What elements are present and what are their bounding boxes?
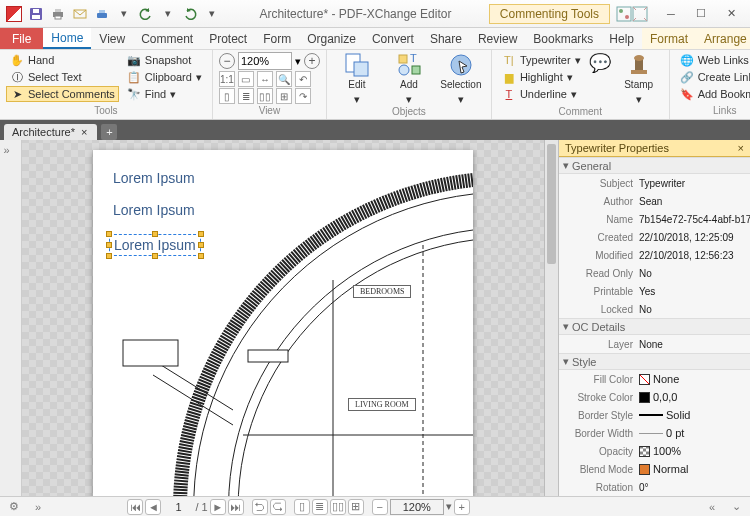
menu-form[interactable]: Form (255, 28, 299, 49)
edit-button[interactable]: Edit▾ (333, 52, 381, 106)
zoom-status-input[interactable] (390, 499, 444, 515)
web-links-button[interactable]: 🌐Web Links▾ (676, 52, 750, 68)
chevron-down-icon[interactable]: ▾ (202, 4, 222, 24)
chevron-down-icon[interactable]: ▾ (446, 500, 452, 513)
collapse-right-icon[interactable]: « (704, 499, 720, 515)
typewriter-label: Typewriter (520, 54, 571, 66)
menu-view[interactable]: View (91, 28, 133, 49)
nav-fwd-button[interactable]: ⮎ (270, 499, 286, 515)
page-layout-icon[interactable]: ⊞ (276, 88, 292, 104)
fit-icon[interactable] (632, 6, 648, 22)
page-single-icon[interactable]: ▯ (219, 88, 235, 104)
save-icon[interactable] (26, 4, 46, 24)
chevron-down-icon[interactable]: ▾ (158, 4, 178, 24)
redo-icon[interactable] (180, 4, 200, 24)
select-comments-tool[interactable]: ➤Select Comments (6, 86, 119, 102)
print-icon[interactable] (48, 4, 68, 24)
options-icon[interactable]: ⚙ (6, 499, 22, 515)
zoom-input[interactable] (238, 52, 292, 70)
highlight-button[interactable]: ▆Highlight▾ (498, 69, 585, 85)
svg-rect-18 (412, 66, 420, 74)
binoculars-icon: 🔭 (127, 87, 141, 101)
underline-icon: T (502, 87, 516, 101)
menu-bookmarks[interactable]: Bookmarks (525, 28, 601, 49)
menu-share[interactable]: Share (422, 28, 470, 49)
scrollbar-thumb[interactable] (547, 144, 556, 264)
first-page-button[interactable]: ⏮ (127, 499, 143, 515)
clipboard-tool[interactable]: 📋Clipboard▾ (123, 69, 206, 85)
page-facing-icon[interactable]: ▯▯ (257, 88, 273, 104)
prev-page-button[interactable]: ◄ (145, 499, 161, 515)
tab-close-icon[interactable]: × (81, 126, 87, 138)
select-text-tool[interactable]: ⒾSelect Text (6, 69, 119, 85)
menu-organize[interactable]: Organize (299, 28, 364, 49)
last-page-button[interactable]: ⏭ (228, 499, 244, 515)
facing-cont-icon[interactable]: ⊞ (348, 499, 364, 515)
menu-help[interactable]: Help (601, 28, 642, 49)
typewriter-annotation-selected[interactable]: Lorem Ipsum (109, 234, 201, 256)
menu-home[interactable]: Home (43, 28, 91, 49)
section-oc[interactable]: ▾OC Details (559, 318, 750, 335)
vertical-scrollbar[interactable] (544, 140, 558, 496)
scan-icon[interactable] (92, 4, 112, 24)
expand-down-icon[interactable]: ⌄ (728, 499, 744, 515)
close-button[interactable]: ✕ (716, 3, 746, 25)
next-page-button[interactable]: ► (210, 499, 226, 515)
add-button[interactable]: TAdd▾ (385, 52, 433, 106)
launch-tool-icon[interactable] (616, 6, 632, 22)
maximize-button[interactable]: ☐ (686, 3, 716, 25)
snapshot-tool[interactable]: 📷Snapshot (123, 52, 206, 68)
zoom-region-icon[interactable]: 🔍 (276, 71, 292, 87)
mail-icon[interactable] (70, 4, 90, 24)
fit-page-icon[interactable]: ▭ (238, 71, 254, 87)
single-page-icon[interactable]: ▯ (294, 499, 310, 515)
selection-button[interactable]: Selection▾ (437, 52, 485, 106)
section-style-label: Style (572, 356, 596, 368)
chevron-down-icon[interactable]: ▾ (114, 4, 134, 24)
snapshot-label: Snapshot (145, 54, 191, 66)
zoom-in-button[interactable]: + (304, 53, 320, 69)
edit-icon (344, 52, 370, 78)
rotate-cw-icon[interactable]: ↷ (295, 88, 311, 104)
zoom-out-status[interactable]: − (372, 499, 388, 515)
minimize-button[interactable]: ─ (656, 3, 686, 25)
menu-review[interactable]: Review (470, 28, 525, 49)
menu-protect[interactable]: Protect (201, 28, 255, 49)
new-tab-button[interactable]: + (101, 124, 117, 140)
rotate-ccw-icon[interactable]: ↶ (295, 71, 311, 87)
typewriter-icon: T| (502, 53, 516, 67)
menu-file[interactable]: File (0, 28, 43, 49)
menu-format[interactable]: Format (642, 28, 696, 49)
panel-close-icon[interactable]: × (738, 142, 744, 154)
expand-pane-icon[interactable]: » (4, 144, 18, 158)
fit-width-icon[interactable]: ↔ (257, 71, 273, 87)
nav-back-button[interactable]: ⮌ (252, 499, 268, 515)
note-icon[interactable]: 💬 (589, 52, 611, 74)
undo-icon[interactable] (136, 4, 156, 24)
menu-comment[interactable]: Comment (133, 28, 201, 49)
document-tab[interactable]: Architecture*× (4, 124, 97, 140)
page-cont-icon[interactable]: ≣ (238, 88, 254, 104)
menu-convert[interactable]: Convert (364, 28, 422, 49)
collapse-icon: ▾ (563, 159, 569, 172)
typewriter-button[interactable]: T|Typewriter▾ (498, 52, 585, 68)
document-viewer[interactable]: Lorem Ipsum Lorem Ipsum Lorem Ipsum BEDR… (22, 140, 544, 496)
menu-arrange[interactable]: Arrange (696, 28, 750, 49)
expand-left-icon[interactable]: » (30, 499, 46, 515)
zoom-actual-icon[interactable]: 1:1 (219, 71, 235, 87)
hand-tool[interactable]: ✋Hand (6, 52, 119, 68)
continuous-icon[interactable]: ≣ (312, 499, 328, 515)
underline-button[interactable]: TUnderline▾ (498, 86, 585, 102)
page-current-input[interactable] (163, 501, 193, 513)
section-general[interactable]: ▾General (559, 157, 750, 174)
create-link-button[interactable]: 🔗Create Link (676, 69, 750, 85)
zoom-in-status[interactable]: + (454, 499, 470, 515)
add-bookmark-button[interactable]: 🔖Add Bookmark (676, 86, 750, 102)
chevron-down-icon[interactable]: ▾ (295, 55, 301, 68)
stamp-button[interactable]: Stamp▾ (615, 52, 663, 106)
facing-icon[interactable]: ▯▯ (330, 499, 346, 515)
find-tool[interactable]: 🔭Find▾ (123, 86, 206, 102)
zoom-out-button[interactable]: − (219, 53, 235, 69)
section-style[interactable]: ▾Style (559, 353, 750, 370)
zoom-status: − ▾ + (372, 499, 470, 515)
